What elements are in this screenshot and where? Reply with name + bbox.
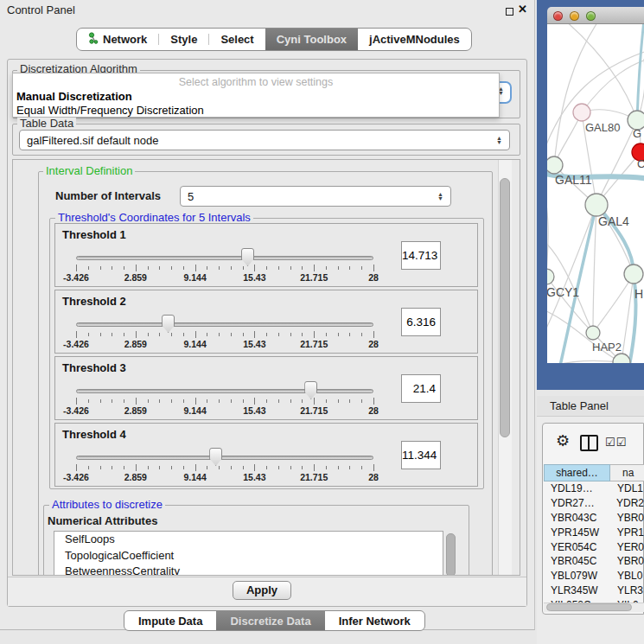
network-edge[interactable]	[547, 309, 622, 362]
columns-icon[interactable]	[580, 435, 598, 451]
bottom-tabbar: Impute Data Discretize Data Infer Networ…	[124, 610, 425, 631]
network-node-green[interactable]	[586, 326, 600, 340]
network-node-label: HAP2	[592, 341, 622, 354]
mac-close-button[interactable]	[553, 11, 563, 21]
slider-track	[76, 456, 373, 460]
threshold-1-value-field[interactable]: 14.713	[401, 241, 441, 270]
table-row[interactable]: YBR043CYBR0	[544, 511, 644, 526]
slider-thumb[interactable]	[304, 381, 317, 399]
checkboxes-icon[interactable]: ☑☑	[605, 436, 627, 449]
table-rows: YDL19…YDL1 YDR27…YDR2 YBR043CYBR0 YPR145…	[544, 481, 644, 603]
tab-infer-network[interactable]: Infer Network	[325, 611, 424, 630]
network-view[interactable]: GAL80GAL11GAL4GCY1HAP2GCH	[547, 24, 644, 363]
threshold-3-panel: Threshold 3 -3.4262.8599.14415.4321.7152…	[54, 356, 478, 420]
tab-discretize-data[interactable]: Discretize Data	[216, 611, 324, 630]
table-data-legend: Table Data	[17, 118, 76, 129]
threshold-1-slider[interactable]: -3.4262.8599.14415.4321.71528	[76, 224, 373, 286]
table-row[interactable]: YBL079WYBL0	[544, 569, 644, 583]
network-edge[interactable]	[547, 360, 622, 363]
mac-minimize-button[interactable]	[570, 11, 579, 21]
column-header-name[interactable]: na	[610, 464, 644, 481]
threshold-4-panel: Threshold 4 -3.4262.8599.14415.4321.7152…	[54, 423, 478, 487]
threshold-2-slider[interactable]: -3.4262.8599.14415.4321.71528	[76, 290, 373, 353]
horizontal-scrollbar-thumb[interactable]	[546, 603, 632, 611]
tab-style[interactable]: Style	[159, 29, 208, 50]
slider-tick-labels: -3.4262.8599.14415.4321.71528	[76, 405, 373, 418]
threshold-2-value-field[interactable]: 6.316	[401, 308, 441, 336]
apply-button[interactable]: Apply	[233, 581, 291, 600]
tab-network-label: Network	[103, 33, 147, 46]
table-row[interactable]: YBR045CYBR0	[544, 554, 644, 569]
network-node-green[interactable]	[613, 354, 630, 363]
control-panel-tabbar: Network Style Select Cyni Toolbox jActiv…	[76, 28, 472, 51]
table-row[interactable]: YDL19…YDL1	[544, 481, 644, 496]
network-node-green[interactable]	[547, 156, 563, 174]
slider-thumb[interactable]	[209, 448, 222, 466]
list-item[interactable]: TopologicalCoefficient	[54, 548, 443, 564]
control-panel-title: Control Panel	[7, 3, 75, 16]
threshold-2-panel: Threshold 2 -3.4262.8599.14415.4321.7152…	[54, 290, 478, 354]
network-window-titlebar[interactable]	[547, 7, 644, 24]
control-panel-window: Control Panel ✕ Network Style Select	[0, 0, 535, 630]
threshold-4-value-field[interactable]: 11.344	[401, 441, 441, 469]
stepper-arrows-icon: ▲▼	[496, 136, 502, 144]
slider-ticks	[76, 265, 373, 272]
slider-track	[76, 322, 373, 327]
network-node-label: GAL11	[555, 173, 592, 187]
stepper-arrows-icon: ▲▼	[437, 192, 443, 201]
threshold-1-panel: Threshold 1 -3.4262.8599.14415.4321.7152…	[54, 223, 478, 287]
network-edge[interactable]	[582, 59, 644, 112]
list-item[interactable]: SelfLoops	[54, 532, 443, 548]
table-data-combobox[interactable]: galFiltered.sif default node ▲▼	[19, 130, 510, 150]
algorithm-dropdown-popup: Select algorithm to view settings Manual…	[12, 73, 500, 118]
settings-clip-area: Interval Definition Number of Intervals …	[13, 160, 497, 575]
network-node-green[interactable]	[547, 269, 554, 284]
network-node-label: GCY1	[547, 285, 579, 299]
table-row[interactable]: YER054CYER0	[544, 540, 644, 555]
close-icon[interactable]: ✕	[518, 3, 527, 16]
table-row[interactable]: YLR345WYLR3	[544, 583, 644, 598]
slider-thumb[interactable]	[241, 248, 254, 266]
network-edge[interactable]	[547, 184, 548, 277]
float-window-icon[interactable]	[506, 8, 513, 16]
network-edge-highlighted[interactable]	[596, 205, 636, 363]
network-node-green[interactable]	[624, 265, 643, 284]
interval-definition-legend: Interval Definition	[43, 165, 135, 176]
num-intervals-combobox[interactable]: 5 ▲▼	[180, 186, 451, 207]
algorithm-option-equal-width[interactable]: Equal Width/Frequency Discretization	[16, 104, 204, 117]
column-header-shared-name[interactable]: shared…	[544, 464, 610, 481]
slider-thumb[interactable]	[162, 315, 175, 333]
algorithm-option-manual[interactable]: Manual Discretization	[16, 90, 132, 103]
tab-cyni-toolbox[interactable]: Cyni Toolbox	[265, 29, 358, 50]
vertical-scrollbar-thumb[interactable]	[500, 178, 510, 437]
list-scrollbar-thumb[interactable]	[446, 533, 456, 575]
threshold-3-slider[interactable]: -3.4262.8599.14415.4321.71528	[76, 357, 373, 419]
network-node-label: GAL80	[585, 121, 620, 134]
mac-zoom-button[interactable]	[586, 11, 596, 21]
slider-tick-labels: -3.4262.8599.14415.4321.71528	[76, 339, 373, 351]
tab-jactivemnodules[interactable]: jActiveMNodules	[358, 29, 471, 50]
tab-network[interactable]: Network	[77, 29, 158, 50]
network-edge-highlighted[interactable]	[637, 24, 644, 120]
threshold-4-slider[interactable]: -3.4262.8599.14415.4321.71528	[76, 424, 373, 486]
slider-ticks	[76, 464, 373, 472]
slider-track	[76, 389, 373, 393]
network-node-green[interactable]	[585, 194, 608, 216]
table-panel-title: Table Panel	[550, 399, 609, 412]
threshold-3-value-field[interactable]: 21.4	[401, 374, 441, 403]
network-edge[interactable]	[593, 274, 634, 333]
screenshot-stage: Control Panel ✕ Network Style Select	[0, 0, 644, 644]
numerical-attributes-list[interactable]: SelfLoops TopologicalCoefficient Between…	[54, 531, 443, 575]
table-row[interactable]: YDR27…YDR2	[544, 496, 644, 511]
network-node-label: G	[633, 127, 641, 140]
list-item[interactable]: BetweennessCentrality	[54, 564, 443, 575]
network-graph: GAL80GAL11GAL4GCY1HAP2GCH	[547, 24, 644, 363]
network-node-pink[interactable]	[573, 104, 590, 121]
network-edge[interactable]	[593, 205, 596, 333]
thresholds-legend: Threshold's Coordinates for 5 Intervals	[55, 212, 253, 223]
tab-impute-data[interactable]: Impute Data	[124, 611, 216, 630]
gear-icon[interactable]: ⚙	[556, 433, 570, 449]
network-node-label: H	[634, 287, 643, 301]
table-row[interactable]: YPR145WYPR1	[544, 526, 644, 540]
tab-select[interactable]: Select	[209, 29, 265, 50]
